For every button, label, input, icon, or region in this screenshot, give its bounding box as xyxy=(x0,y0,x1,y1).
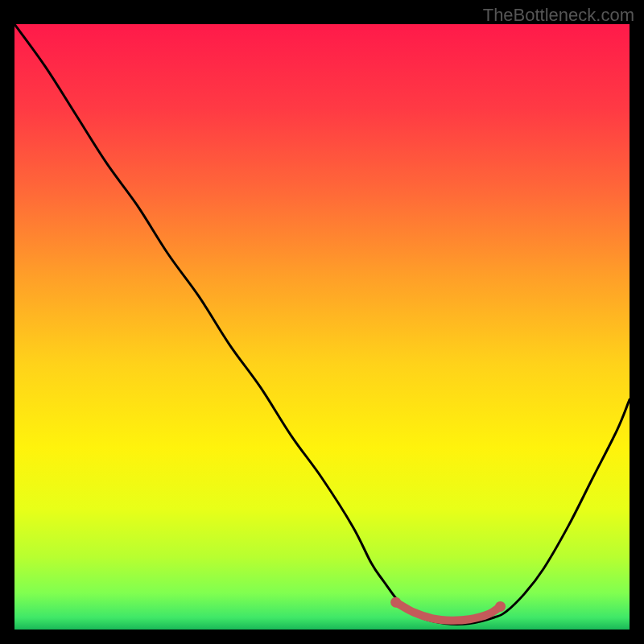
highlight-dot xyxy=(495,601,506,612)
optimal-range-highlight xyxy=(396,602,501,621)
highlight-dot xyxy=(390,597,401,608)
chart-curve-layer xyxy=(14,24,630,630)
watermark-text: TheBottleneck.com xyxy=(483,5,634,26)
chart-plot-area xyxy=(14,24,630,630)
bottleneck-curve-line xyxy=(14,24,630,624)
